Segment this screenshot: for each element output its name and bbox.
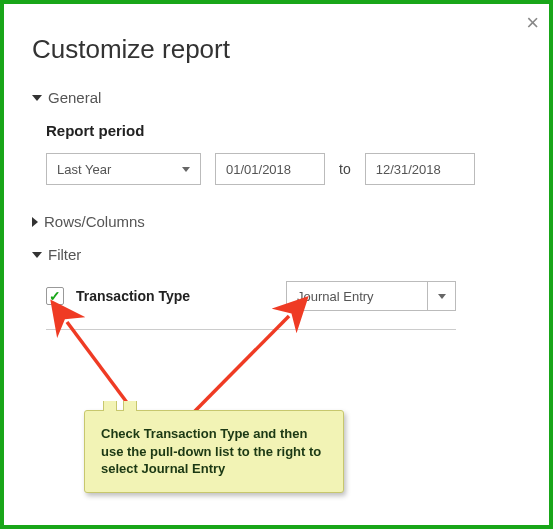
filter-row: ✓ Transaction Type Journal Entry [46, 281, 456, 330]
transaction-type-value: Journal Entry [287, 282, 427, 310]
date-to-value: 12/31/2018 [376, 162, 441, 177]
section-label: General [48, 89, 101, 106]
chevron-down-icon [32, 95, 42, 101]
period-preset-value: Last Year [57, 162, 111, 177]
chevron-right-icon [32, 217, 38, 227]
section-label: Rows/Columns [44, 213, 145, 230]
report-period-label: Report period [46, 122, 521, 139]
close-icon[interactable]: × [526, 12, 539, 34]
annotation-text: Check Transaction Type and then use the … [101, 425, 327, 478]
section-filter-toggle[interactable]: Filter [32, 246, 521, 263]
report-period-row: Last Year 01/01/2018 to 12/31/2018 [46, 153, 521, 185]
annotation-callout: Check Transaction Type and then use the … [84, 410, 344, 493]
section-label: Filter [48, 246, 81, 263]
transaction-type-label: Transaction Type [76, 288, 274, 304]
dialog-title: Customize report [32, 34, 521, 65]
date-from-input[interactable]: 01/01/2018 [215, 153, 325, 185]
transaction-type-select[interactable]: Journal Entry [286, 281, 456, 311]
chevron-down-icon [32, 252, 42, 258]
transaction-type-checkbox[interactable]: ✓ [46, 287, 64, 305]
period-preset-select[interactable]: Last Year [46, 153, 201, 185]
section-general-toggle[interactable]: General [32, 89, 521, 106]
chevron-down-icon [182, 167, 190, 172]
to-label: to [339, 161, 351, 177]
chevron-down-icon [438, 294, 446, 299]
customize-report-dialog: Customize report General Report period L… [4, 4, 549, 350]
section-rows-columns-toggle[interactable]: Rows/Columns [32, 213, 521, 230]
date-to-input[interactable]: 12/31/2018 [365, 153, 475, 185]
transaction-type-dropdown-button[interactable] [427, 282, 455, 310]
date-from-value: 01/01/2018 [226, 162, 291, 177]
checkmark-icon: ✓ [49, 288, 61, 304]
